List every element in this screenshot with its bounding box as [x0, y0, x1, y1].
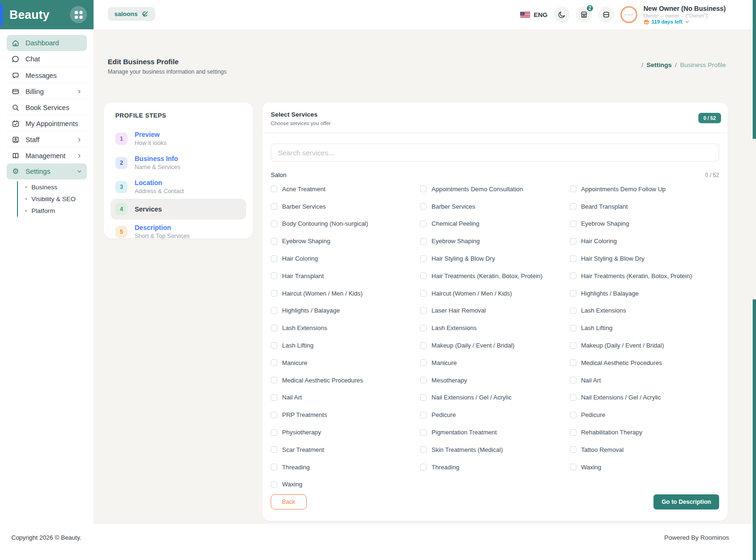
service-checkbox-item[interactable]: Waxing	[271, 481, 420, 488]
service-checkbox[interactable]	[271, 464, 277, 470]
service-checkbox-item[interactable]: Mesotherapy	[420, 377, 569, 384]
service-checkbox-item[interactable]: Eyebrow Shaping	[420, 238, 569, 245]
service-checkbox-item[interactable]: Makeup (Daily / Event / Bridal)	[570, 342, 719, 349]
service-checkbox-item[interactable]: Hair Styling & Blow Dry	[570, 255, 719, 262]
service-checkbox[interactable]	[420, 429, 427, 436]
service-checkbox[interactable]	[570, 307, 576, 314]
service-checkbox[interactable]	[420, 186, 427, 192]
submenu-item-business[interactable]: •Business	[18, 181, 94, 193]
service-checkbox-item[interactable]: Pedicure	[570, 411, 719, 418]
service-checkbox[interactable]	[420, 359, 427, 366]
service-checkbox[interactable]	[420, 464, 427, 470]
avatar[interactable]: NO BUSI	[620, 6, 637, 23]
language-selector[interactable]: ENG	[520, 11, 547, 18]
service-checkbox[interactable]	[420, 238, 427, 245]
service-checkbox[interactable]	[271, 446, 277, 453]
service-checkbox-item[interactable]: Tattoo Removal	[570, 446, 719, 453]
service-checkbox[interactable]	[271, 325, 277, 331]
sidebar-item-messages[interactable]: Messages	[7, 67, 87, 83]
sidebar-item-staff[interactable]: Staff	[7, 131, 87, 147]
service-checkbox-item[interactable]: Barber Services	[420, 203, 569, 210]
service-checkbox-item[interactable]: PRP Treatments	[271, 411, 420, 418]
service-checkbox-item[interactable]: Lash Lifting	[271, 342, 420, 349]
service-checkbox-item[interactable]: Barber Services	[271, 203, 420, 210]
service-checkbox[interactable]	[570, 290, 576, 297]
service-checkbox-item[interactable]: Nail Extensions / Gel / Acrylic	[570, 394, 719, 401]
sidebar-item-management[interactable]: Management	[7, 147, 87, 163]
service-checkbox-item[interactable]: Rehabilitation Therapy	[570, 429, 719, 436]
service-checkbox[interactable]	[420, 272, 427, 279]
service-checkbox[interactable]	[570, 359, 576, 366]
service-checkbox-item[interactable]: Medical Aesthetic Procedures	[271, 377, 420, 384]
user-menu[interactable]: New Owner (No Business) Owner -- owner -…	[644, 5, 726, 25]
service-checkbox[interactable]	[420, 307, 427, 314]
service-checkbox[interactable]	[271, 221, 277, 227]
service-checkbox[interactable]	[271, 203, 277, 210]
workspace-badge[interactable]: saloons	[108, 7, 155, 21]
service-checkbox-item[interactable]: Body Contouring (Non-surgical)	[271, 220, 420, 227]
step-business-info[interactable]: 2 Business InfoName & Services	[111, 151, 246, 175]
service-checkbox[interactable]	[570, 238, 576, 245]
service-checkbox-item[interactable]: Highlights / Balayage	[570, 290, 719, 297]
service-checkbox[interactable]	[420, 221, 427, 227]
service-checkbox[interactable]	[271, 290, 277, 297]
sidebar-item-chat[interactable]: Chat	[7, 51, 87, 67]
service-checkbox[interactable]	[271, 255, 277, 262]
step-services[interactable]: 4 Services	[111, 199, 246, 220]
dark-mode-toggle[interactable]	[554, 7, 570, 23]
search-services-input[interactable]	[271, 144, 719, 161]
service-checkbox-item[interactable]: Hair Styling & Blow Dry	[420, 255, 569, 262]
service-checkbox-item[interactable]: Lash Extensions	[570, 307, 719, 314]
submenu-item-visibility-seo[interactable]: •Visibility & SEO	[18, 193, 94, 205]
service-checkbox[interactable]	[271, 307, 277, 314]
service-checkbox[interactable]	[271, 481, 277, 488]
apps-grid-button[interactable]	[70, 6, 87, 23]
service-checkbox-item[interactable]: Haircut (Women / Men / Kids)	[420, 290, 569, 297]
back-button[interactable]: Back	[271, 494, 307, 509]
service-checkbox[interactable]	[420, 394, 427, 401]
service-checkbox[interactable]	[271, 272, 277, 279]
service-checkbox-item[interactable]: Highlights / Balayage	[271, 307, 420, 314]
service-checkbox-item[interactable]: Acne Treatment	[271, 186, 420, 193]
service-checkbox-item[interactable]: Manicure	[271, 359, 420, 366]
service-checkbox[interactable]	[570, 272, 576, 279]
service-checkbox[interactable]	[271, 429, 277, 436]
submenu-item-platform[interactable]: •Platform	[18, 205, 94, 217]
service-checkbox[interactable]	[271, 359, 277, 366]
step-preview[interactable]: 1 PreviewHow it looks	[111, 127, 246, 151]
service-checkbox-item[interactable]: Appointments Demo Consultation	[420, 186, 569, 193]
service-checkbox[interactable]	[420, 290, 427, 297]
step-description[interactable]: 5 DescriptionShort & Top Services	[111, 220, 246, 244]
stack-button[interactable]	[598, 7, 614, 23]
service-checkbox[interactable]	[570, 412, 576, 418]
service-checkbox-item[interactable]: Hair Transplant	[271, 272, 420, 280]
service-checkbox-item[interactable]: Hair Treatments (Keratin, Botox, Protein…	[570, 272, 719, 280]
breadcrumb-settings-link[interactable]: Settings	[646, 61, 671, 68]
service-checkbox-item[interactable]: Lash Lifting	[570, 324, 719, 331]
service-checkbox[interactable]	[271, 342, 277, 349]
service-checkbox[interactable]	[570, 203, 576, 210]
service-checkbox[interactable]	[271, 394, 277, 401]
service-checkbox[interactable]	[570, 377, 576, 383]
service-checkbox-item[interactable]: Manicure	[420, 359, 569, 366]
service-checkbox-item[interactable]: Pedicure	[420, 411, 569, 418]
service-checkbox[interactable]	[570, 446, 576, 453]
service-checkbox[interactable]	[420, 203, 427, 210]
service-checkbox-item[interactable]: Hair Treatments (Keratin, Botox, Protein…	[420, 272, 569, 280]
service-checkbox-item[interactable]: Medical Aesthetic Procedures	[570, 359, 719, 366]
service-checkbox[interactable]	[420, 342, 427, 349]
service-checkbox-item[interactable]: Beard Transplant	[570, 203, 719, 210]
service-checkbox-item[interactable]: Threading	[420, 464, 569, 471]
service-checkbox-item[interactable]: Waxing	[570, 464, 719, 471]
service-checkbox-item[interactable]: Appointments Demo Follow Up	[570, 186, 719, 193]
service-checkbox-item[interactable]: Lash Extensions	[420, 324, 569, 331]
service-checkbox-item[interactable]: Threading	[271, 464, 420, 471]
sidebar-item-book-services[interactable]: Book Services	[7, 99, 87, 115]
sidebar-item-settings[interactable]: ⚙ Settings	[7, 163, 87, 179]
service-checkbox[interactable]	[570, 394, 576, 401]
service-checkbox[interactable]	[570, 464, 576, 470]
service-checkbox-item[interactable]: Hair Coloring	[570, 238, 719, 245]
go-to-description-button[interactable]: Go to Description	[653, 494, 719, 509]
scrollbar-thumb[interactable]	[753, 299, 756, 560]
service-checkbox-item[interactable]: Haircut (Women / Men / Kids)	[271, 290, 420, 297]
